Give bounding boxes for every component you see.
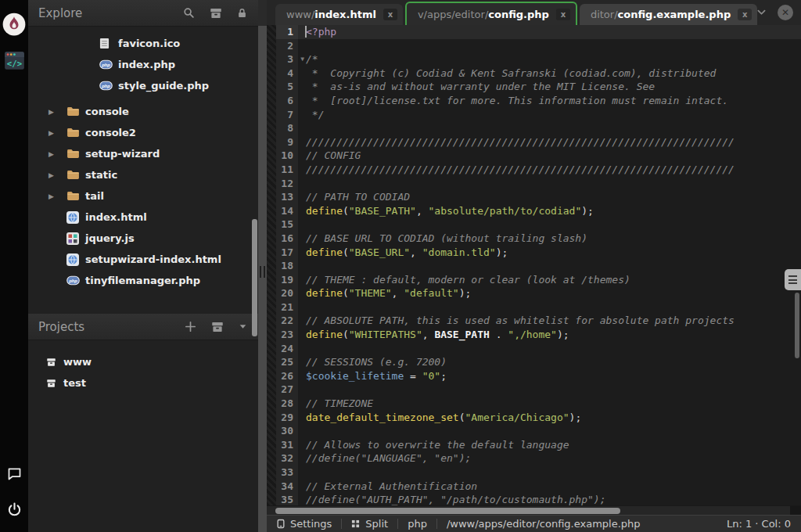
code-line-31[interactable]: 31// Allows to overwrite the default lan… [267,438,801,452]
tree-item-jquery.js[interactable]: jquery.js [28,228,258,249]
code-line-17[interactable]: 17define("BASE_URL", "domain.tld"); [267,246,801,260]
code-line-27[interactable]: 27 [267,383,801,397]
line-number: 34 [276,480,298,494]
code-line-12[interactable]: 12 [267,177,801,191]
code-line-10[interactable]: 10// CONFIG [267,149,801,163]
settings-button[interactable]: Settings [277,518,332,530]
line-number: 8 [276,121,298,135]
code-line-35[interactable]: 35//define("AUTH_PATH", "/path/to/custom… [267,493,801,505]
tree-item-console[interactable]: ▶console [28,101,258,122]
fold-toggle-icon[interactable]: ▼ [300,52,304,66]
tree-item-tinyfilemanager.php[interactable]: phptinyfilemanager.php [28,270,258,291]
code-line-5[interactable]: 5 * as-is and without warranty under the… [267,80,801,94]
code-line-18[interactable]: 18 [267,259,801,273]
globe-icon [66,253,81,266]
expand-arrow-icon[interactable]: ▶ [46,129,66,137]
tree-item-tail[interactable]: ▶tail [28,185,258,207]
project-box-icon [45,357,58,368]
tree-item-favicon.ico[interactable]: favicon.ico [28,33,258,54]
editor-hscrollbar-thumb[interactable] [275,508,620,515]
tab-path-prefix: v/apps/editor/ [418,9,488,20]
add-project-icon[interactable] [184,320,197,333]
close-all-icon[interactable]: ✕ [778,5,793,20]
mode-selector[interactable]: php [408,518,427,530]
tree-item-style_guide.php[interactable]: phpstyle_guide.php [28,75,258,96]
php-icon: php [99,59,113,70]
chat-icon[interactable] [2,462,26,485]
file-name: static [85,169,117,181]
code-text [298,259,801,273]
expand-arrow-icon[interactable]: ▶ [46,192,66,200]
code-line-21[interactable]: 21 [267,300,801,315]
collapse-caret-icon[interactable] [238,322,248,332]
code-line-6[interactable]: 6 * [root]/license.txt for more. This in… [267,94,801,108]
code-line-29[interactable]: 29date_default_timezone_set("America/Chi… [267,411,801,425]
tab-index.html[interactable]: www/index.htmlx [275,4,403,25]
split-button[interactable]: Split [351,518,388,530]
archive-icon[interactable] [210,320,224,334]
code-line-1[interactable]: 1<?php [267,25,801,39]
expand-arrow-icon[interactable]: ▶ [46,108,66,116]
code-line-14[interactable]: 14define("BASE_PATH", "absolute/path/to/… [267,204,801,218]
code-text: * Copyright (c) Codiad & Kent Safranski … [298,66,801,81]
tree-item-index.php[interactable]: phpindex.php [28,54,258,75]
code-line-4[interactable]: 4 * Copyright (c) Codiad & Kent Safransk… [267,66,801,81]
codiad-logo-icon[interactable] [2,13,26,36]
code-line-19[interactable]: 19// THEME : default, modern or clear (l… [267,273,801,287]
code-line-32[interactable]: 32//define("LANGUAGE", "en"); [267,451,801,466]
archive-icon[interactable] [209,6,223,20]
panel-drag-handle-icon[interactable] [785,269,801,290]
code-line-22[interactable]: 22// ABSOLUTE PATH, this is used as whit… [267,314,801,328]
tab-close-icon[interactable]: x [556,9,570,20]
code-text: date_default_timezone_set("America/Chica… [298,411,801,425]
editor-vscrollbar-thumb[interactable] [795,293,799,358]
sidebar-splitter[interactable] [258,0,267,532]
code-line-23[interactable]: 23define("WHITEPATHS", BASE_PATH . ",/ho… [267,328,801,342]
php-icon: php [66,275,81,286]
code-line-9[interactable]: 9///////////////////////////////////////… [267,135,801,149]
tab-close-icon[interactable]: x [383,9,397,20]
code-line-7[interactable]: 7 */ [267,108,801,122]
code-line-3[interactable]: 3▼/* [267,52,801,66]
project-item-www[interactable]: www [28,351,258,372]
code-line-11[interactable]: 11//////////////////////////////////////… [267,163,801,177]
tree-item-setup-wizard[interactable]: ▶setup-wizard [28,143,258,164]
tree-item-index.html[interactable]: index.html [28,207,258,228]
expand-arrow-icon[interactable]: ▶ [46,150,66,158]
search-icon[interactable] [182,6,196,20]
tree-item-static[interactable]: ▶static [28,164,258,185]
tree-item-setupwizard-index.html[interactable]: setupwizard-index.html [28,249,258,270]
lock-icon[interactable] [236,7,248,20]
tab-close-icon[interactable]: x [738,9,752,20]
code-text [298,424,801,438]
code-text [298,466,801,480]
sidebar-scrollbar-thumb[interactable] [252,219,257,336]
tab-config.example.php[interactable]: ditor/config.example.phpx [580,4,757,25]
line-number: 2 [276,39,298,53]
code-line-33[interactable]: 33 [267,466,801,480]
code-editor[interactable]: 1<?php23▼/*4 * Copyright (c) Codiad & Ke… [267,25,801,505]
tree-item-console2[interactable]: ▶console2 [28,122,258,143]
code-line-20[interactable]: 20define("THEME", "default"); [267,286,801,300]
code-line-16[interactable]: 16// BASE URL TO CODIAD (without trailin… [267,232,801,246]
code-editor-icon[interactable]: </> [2,49,26,72]
code-line-15[interactable]: 15 [267,217,801,232]
tab-list-chevron-icon[interactable] [755,7,768,18]
code-line-30[interactable]: 30 [267,424,801,438]
code-line-8[interactable]: 8 [267,121,801,135]
code-text [298,121,801,135]
code-line-34[interactable]: 34// External Authentification [267,480,801,494]
code-line-24[interactable]: 24 [267,342,801,356]
project-box-icon [45,378,58,389]
expand-arrow-icon[interactable]: ▶ [46,171,66,179]
tab-config.php[interactable]: v/apps/editor/config.phpx [405,2,577,25]
power-icon[interactable] [2,498,26,521]
code-text: define("WHITEPATHS", BASE_PATH . ",/home… [298,328,801,342]
code-line-2[interactable]: 2 [267,39,801,53]
code-line-26[interactable]: 26$cookie_lifetime = "0"; [267,369,801,383]
code-line-25[interactable]: 25// SESSIONS (e.g. 7200) [267,355,801,369]
code-line-13[interactable]: 13// PATH TO CODIAD [267,190,801,204]
project-item-test[interactable]: test [28,372,258,394]
code-line-28[interactable]: 28// TIMEZONE [267,397,801,411]
file-explorer-sidebar: Explore favicon.icophpindex.phpphpstyle_… [28,0,258,532]
